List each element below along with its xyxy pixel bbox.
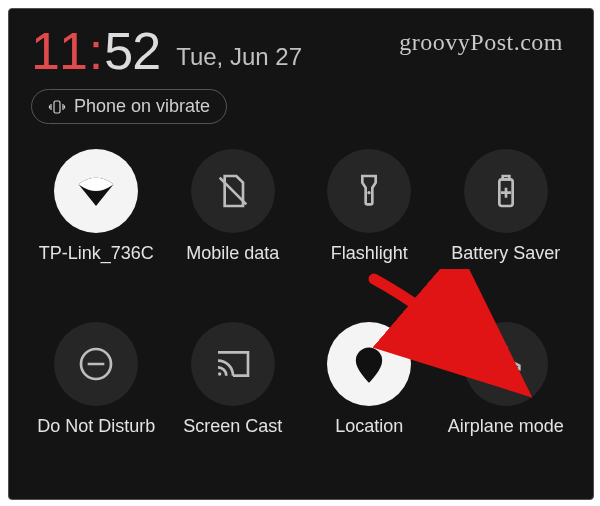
- tile-location-label: Location: [335, 416, 403, 437]
- svg-point-5: [365, 357, 373, 365]
- sim-off-icon: [213, 171, 253, 211]
- tile-screen-cast-button[interactable]: [191, 322, 275, 406]
- tile-wifi-label: TP-Link_736C: [39, 243, 154, 264]
- quick-settings-panel: groovyPost.com 11:52 Tue, Jun 27 Phone o…: [8, 8, 594, 500]
- battery-plus-icon: [486, 171, 526, 211]
- tile-wifi[interactable]: TP-Link_736C: [31, 149, 162, 264]
- airplane-icon: [486, 344, 526, 384]
- clock: 11:52: [31, 21, 160, 81]
- tile-mobile-data-button[interactable]: [191, 149, 275, 233]
- tile-mobile-data[interactable]: Mobile data: [168, 149, 299, 264]
- cast-icon: [213, 344, 253, 384]
- svg-rect-0: [54, 101, 60, 113]
- clock-separator: :: [89, 22, 102, 80]
- tile-screen-cast-label: Screen Cast: [183, 416, 282, 437]
- watermark-text: groovyPost.com: [399, 29, 563, 56]
- tile-airplane-button[interactable]: [464, 322, 548, 406]
- svg-point-4: [218, 372, 221, 375]
- tile-battery-saver[interactable]: Battery Saver: [441, 149, 572, 264]
- location-pin-icon: [349, 344, 389, 384]
- ringer-mode-chip[interactable]: Phone on vibrate: [31, 89, 227, 124]
- tile-flashlight-button[interactable]: [327, 149, 411, 233]
- ringer-mode-label: Phone on vibrate: [74, 96, 210, 117]
- tile-battery-saver-button[interactable]: [464, 149, 548, 233]
- tile-wifi-button[interactable]: [54, 149, 138, 233]
- wifi-icon: [76, 171, 116, 211]
- status-bar: 11:52 Tue, Jun 27: [31, 21, 302, 81]
- tile-flashlight-label: Flashlight: [331, 243, 408, 264]
- svg-point-1: [368, 191, 371, 194]
- tile-screen-cast[interactable]: Screen Cast: [168, 322, 299, 437]
- dnd-icon: [76, 344, 116, 384]
- tile-battery-saver-label: Battery Saver: [451, 243, 560, 264]
- tile-mobile-data-label: Mobile data: [186, 243, 279, 264]
- tile-location[interactable]: Location: [304, 322, 435, 437]
- clock-minutes: 52: [104, 22, 160, 80]
- tile-dnd-button[interactable]: [54, 322, 138, 406]
- tile-dnd[interactable]: Do Not Disturb: [31, 322, 162, 437]
- tile-airplane[interactable]: Airplane mode: [441, 322, 572, 437]
- vibrate-icon: [48, 98, 66, 116]
- flashlight-icon: [349, 171, 389, 211]
- tile-location-button[interactable]: [327, 322, 411, 406]
- date-text: Tue, Jun 27: [176, 43, 302, 71]
- tile-airplane-label: Airplane mode: [448, 416, 564, 437]
- tile-flashlight[interactable]: Flashlight: [304, 149, 435, 264]
- tile-dnd-label: Do Not Disturb: [37, 416, 155, 437]
- quick-tiles-grid: TP-Link_736C Mobile data Flashlight: [31, 149, 571, 437]
- clock-hours: 11: [31, 22, 87, 80]
